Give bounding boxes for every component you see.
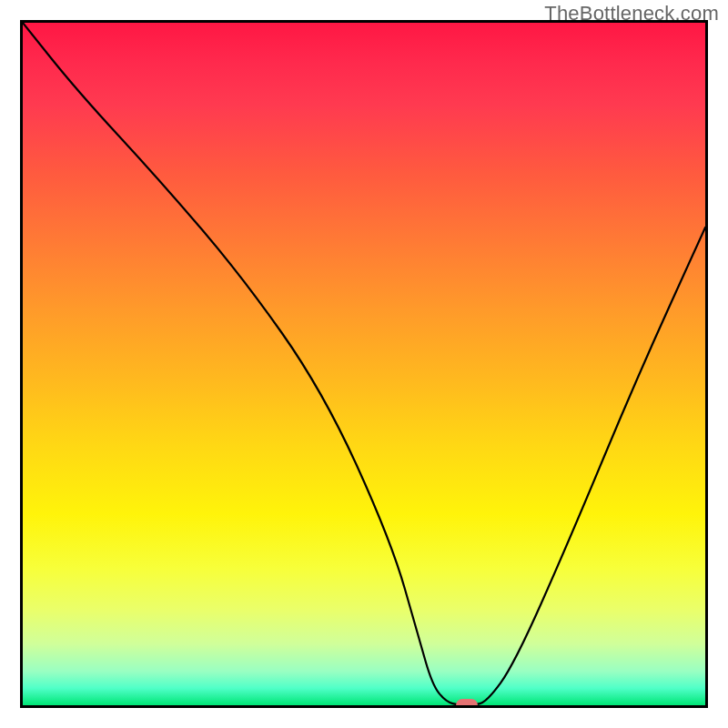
optimal-point-marker	[456, 699, 478, 708]
bottleneck-curve	[23, 23, 705, 705]
chart-container: TheBottleneck.com	[0, 0, 728, 728]
watermark-text: TheBottleneck.com	[544, 2, 719, 25]
plot-frame	[20, 20, 708, 708]
